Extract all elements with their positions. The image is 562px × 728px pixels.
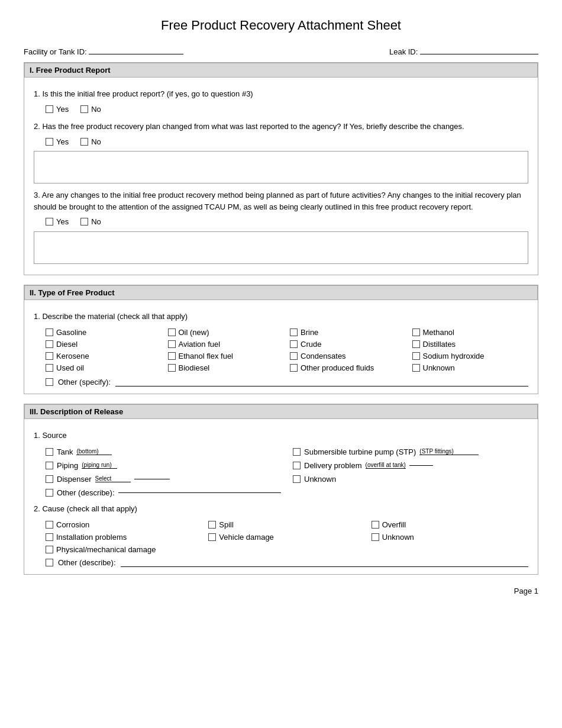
distillates-checkbox[interactable] <box>412 340 420 348</box>
q3-yes-checkbox[interactable] <box>46 218 53 226</box>
stp-checkbox[interactable] <box>293 448 301 456</box>
q1-yes-checkbox[interactable] <box>46 105 53 113</box>
page-number: Page 1 <box>24 587 538 595</box>
q2-no-checkbox[interactable] <box>80 138 88 146</box>
section-description-release: III. Description of Release 1. Source Ta… <box>24 404 538 575</box>
source-unknown: Unknown <box>293 475 528 484</box>
material-methanol: Methanol <box>412 328 529 337</box>
material-question: 1. Describe the material (check all that… <box>34 311 528 323</box>
q2-yes-checkbox[interactable] <box>46 138 53 146</box>
other-produced-checkbox[interactable] <box>290 364 298 372</box>
section-free-product-report: I. Free Product Report 1. Is this the in… <box>24 62 538 275</box>
vehicle-checkbox[interactable] <box>208 533 216 541</box>
material-aviation-fuel: Aviation fuel <box>168 340 285 349</box>
sodium-hydroxide-checkbox[interactable] <box>412 352 420 360</box>
biodiesel-checkbox[interactable] <box>168 364 176 372</box>
other-specify-row: Other (specify): <box>46 377 528 386</box>
diesel-checkbox[interactable] <box>46 340 53 348</box>
material-kerosene: Kerosene <box>46 352 162 360</box>
material-crude: Crude <box>290 340 406 349</box>
spill-checkbox[interactable] <box>208 521 216 529</box>
tank-checkbox[interactable] <box>46 448 53 456</box>
cause-spill: Spill <box>208 520 365 529</box>
other-specify-checkbox[interactable] <box>46 378 53 386</box>
cause-unknown: Unknown <box>372 533 528 542</box>
cause-grid: Corrosion Spill Overfill Installation pr… <box>46 520 528 554</box>
material-ethanol: Ethanol flex fuel <box>168 352 285 360</box>
overfill-checkbox[interactable] <box>372 521 379 529</box>
ethanol-checkbox[interactable] <box>168 352 176 360</box>
cause-corrosion: Corrosion <box>46 520 202 529</box>
cause-overfill: Overfill <box>372 520 528 529</box>
section1-header: I. Free Product Report <box>24 63 538 78</box>
delivery-input[interactable] <box>409 465 433 466</box>
question-1: 1. Is this the initial free product repo… <box>34 88 528 115</box>
material-sodium-hydroxide: Sodium hydroxide <box>412 352 529 360</box>
source-stp: Submersible turbine pump (STP) (STP fitt… <box>293 447 528 456</box>
aviation-fuel-checkbox[interactable] <box>168 340 176 348</box>
question-2: 2. Has the free product recovery plan ch… <box>34 121 528 183</box>
cause-other-row: Other (describe): <box>46 558 528 567</box>
page-title: Free Product Recovery Attachment Sheet <box>24 18 538 33</box>
source-grid: Tank (bottom) Piping (piping run) Dispen… <box>46 447 528 497</box>
leak-label: Leak ID: <box>389 47 418 56</box>
cause-installation: Installation problems <box>46 533 202 542</box>
dispenser-checkbox[interactable] <box>46 475 53 483</box>
kerosene-checkbox[interactable] <box>46 352 53 360</box>
q3-no[interactable]: No <box>80 216 101 228</box>
corrosion-checkbox[interactable] <box>46 521 53 529</box>
other-specify-input[interactable] <box>115 377 528 386</box>
material-grid: Gasoline Oil (new) Brine Methanol Diesel <box>46 328 528 372</box>
crude-checkbox[interactable] <box>290 340 298 348</box>
source-unknown-checkbox[interactable] <box>293 475 301 483</box>
top-fields: Facility or Tank ID: Leak ID: <box>24 45 538 56</box>
material-used-oil: Used oil <box>46 363 162 372</box>
cause-other-checkbox[interactable] <box>46 559 53 566</box>
brine-checkbox[interactable] <box>290 328 298 336</box>
material-oil-new: Oil (new) <box>168 328 285 337</box>
source-dispenser: Dispenser Select <box>46 475 281 484</box>
used-oil-checkbox[interactable] <box>46 364 53 372</box>
q3-textarea[interactable] <box>34 231 528 264</box>
q2-no[interactable]: No <box>80 136 101 148</box>
material-unknown: Unknown <box>412 363 529 372</box>
q3-yes[interactable]: Yes <box>46 216 69 228</box>
source-piping: Piping (piping run) <box>46 461 281 470</box>
source-label: 1. Source <box>34 430 528 442</box>
material-biodiesel: Biodiesel <box>168 363 285 372</box>
q1-no[interactable]: No <box>80 104 101 115</box>
methanol-checkbox[interactable] <box>412 328 420 336</box>
q3-no-checkbox[interactable] <box>80 218 88 226</box>
condensates-checkbox[interactable] <box>290 352 298 360</box>
delivery-checkbox[interactable] <box>293 462 301 469</box>
installation-checkbox[interactable] <box>46 533 53 541</box>
question-3: 3. Are any changes to the initial free p… <box>34 189 528 264</box>
q1-no-checkbox[interactable] <box>80 105 88 113</box>
unknown-material-checkbox[interactable] <box>412 364 420 372</box>
material-distillates: Distillates <box>412 340 529 349</box>
oil-new-checkbox[interactable] <box>168 328 176 336</box>
q2-yes[interactable]: Yes <box>46 136 69 148</box>
dispenser-input[interactable] <box>134 479 170 479</box>
section2-header: II. Type of Free Product <box>24 285 538 300</box>
leak-input[interactable] <box>420 45 538 54</box>
cause-unknown-checkbox[interactable] <box>372 533 379 541</box>
q1-yes[interactable]: Yes <box>46 104 69 115</box>
material-brine: Brine <box>290 328 406 337</box>
source-other: Other (describe): <box>46 488 281 497</box>
piping-checkbox[interactable] <box>46 462 53 469</box>
source-tank: Tank (bottom) <box>46 447 281 456</box>
source-other-input[interactable] <box>118 492 281 493</box>
source-other-checkbox[interactable] <box>46 489 53 497</box>
cause-other-input[interactable] <box>121 558 528 567</box>
other-specify-label: Other (specify): <box>58 378 111 386</box>
cause-physical: Physical/mechanical damage <box>46 545 202 554</box>
q2-textarea[interactable] <box>34 151 528 183</box>
cause-other-label: Other (describe): <box>58 558 116 567</box>
gasoline-checkbox[interactable] <box>46 328 53 336</box>
cause-vehicle: Vehicle damage <box>208 533 365 542</box>
cause-label: 2. Cause (check all that apply) <box>34 503 528 515</box>
facility-input[interactable] <box>89 45 183 54</box>
physical-checkbox[interactable] <box>46 546 53 553</box>
leak-field: Leak ID: <box>389 45 538 56</box>
